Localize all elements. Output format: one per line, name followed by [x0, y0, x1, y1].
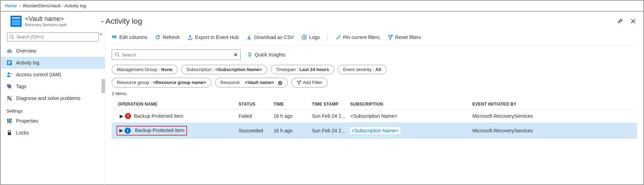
sidebar-section-settings: Settings: [1, 104, 105, 115]
col-timestamp[interactable]: Time stamp: [312, 102, 350, 107]
pill-resource[interactable]: Resource <Vault name>: [215, 78, 288, 87]
main-search-input[interactable]: [122, 52, 234, 57]
clear-search-icon[interactable]: ✕: [234, 52, 238, 57]
table-header: Operation name Status Time Time stamp Su…: [112, 99, 637, 110]
refresh-button[interactable]: Refresh: [155, 34, 180, 40]
sidebar-item-label: Diagnose and solve problems: [16, 95, 80, 101]
pin-filters-button[interactable]: Pin current filters: [335, 34, 380, 40]
breadcrumb-separator: ›: [19, 3, 21, 8]
svg-rect-5: [8, 63, 10, 64]
sidebar-item-overview[interactable]: Overview: [1, 45, 105, 57]
columns-icon: [112, 34, 117, 40]
access-control-icon: [6, 71, 13, 78]
reset-filter-icon: [388, 34, 393, 40]
cell-timestamp: Sun Feb 24 2...: [312, 113, 350, 119]
sidebar-item-access-control[interactable]: Access control (IAM): [1, 69, 105, 80]
main-search[interactable]: ✕: [112, 49, 241, 60]
clear-resource-icon[interactable]: [278, 80, 283, 85]
page-header: <Vault name> Recovery Services vault - A…: [1, 12, 643, 30]
expand-row-icon[interactable]: ▶: [118, 113, 125, 119]
status-success-icon: i: [125, 128, 131, 134]
expand-row-icon[interactable]: ▶: [119, 128, 123, 133]
status-failed-icon: !: [125, 113, 131, 119]
logs-button[interactable]: Logs: [301, 34, 320, 40]
diagnose-icon: [6, 95, 13, 101]
svg-point-23: [115, 53, 119, 56]
pin-icon[interactable]: [617, 18, 623, 24]
export-icon: [187, 34, 193, 40]
cell-subscription: <Subscription Name>: [350, 128, 472, 133]
sidebar-item-label: Overview: [16, 48, 36, 54]
svg-point-1: [7, 51, 12, 53]
sidebar-item-label: Activity log: [16, 60, 39, 65]
svg-point-6: [8, 72, 10, 75]
svg-rect-16: [112, 36, 113, 37]
col-time[interactable]: Time: [274, 102, 312, 107]
table-row[interactable]: ▶ ! Backup Protected Item Failed 16 h ag…: [112, 110, 637, 123]
col-initiated-by[interactable]: Event initiated by: [472, 102, 636, 107]
pill-timespan[interactable]: Timespan : Last 24 hours: [271, 65, 334, 74]
col-operation[interactable]: Operation name: [113, 102, 239, 107]
activity-log-icon: [6, 60, 13, 66]
sidebar-item-tags[interactable]: Tags: [1, 80, 105, 92]
export-button[interactable]: Export to Event Hub: [187, 34, 239, 40]
sidebar-item-diagnose[interactable]: Diagnose and solve problems: [1, 92, 105, 104]
col-subscription[interactable]: Subscription: [350, 102, 472, 107]
filter-search-row: ✕ Quick Insights: [112, 49, 637, 60]
quick-insights-button[interactable]: Quick Insights: [247, 52, 285, 57]
toolbar-divider: [327, 34, 328, 41]
cell-time: 16 h ago: [274, 128, 312, 133]
breadcrumb-home[interactable]: Home: [5, 3, 17, 8]
svg-point-8: [8, 85, 9, 86]
reset-filters-button[interactable]: Reset filters: [388, 34, 421, 40]
pill-subscription[interactable]: Subscription : <Subscription Name>: [181, 65, 267, 74]
cell-subscription: <Subscription Name>: [350, 113, 472, 119]
sidebar-search[interactable]: [7, 32, 99, 41]
cell-status: Failed: [239, 113, 274, 119]
close-icon[interactable]: [630, 18, 636, 24]
lightbulb-icon: [247, 52, 253, 57]
cell-status: Succeeded: [239, 128, 274, 133]
svg-rect-10: [9, 118, 10, 123]
svg-point-0: [10, 35, 13, 38]
svg-rect-12: [7, 120, 9, 121]
main-content: Edit columns Refresh Export to Event Hub…: [105, 30, 643, 185]
pill-event-severity[interactable]: Event severity : All: [338, 65, 387, 74]
search-icon: [9, 34, 14, 39]
add-filter-button[interactable]: Add Filter: [291, 78, 328, 87]
pill-management-group[interactable]: Management Group : None: [112, 65, 178, 74]
sidebar-search-input[interactable]: [16, 34, 96, 39]
table-row[interactable]: ▶ i Backup Protected Item Succeeded 16 h…: [112, 123, 637, 139]
svg-rect-20: [115, 36, 116, 37]
sidebar-item-activity-log[interactable]: Activity log: [1, 57, 105, 69]
svg-rect-18: [112, 37, 113, 38]
svg-rect-11: [10, 118, 11, 123]
properties-icon: [6, 118, 13, 124]
col-status[interactable]: Status: [239, 102, 274, 107]
search-icon: [115, 52, 120, 57]
svg-rect-17: [114, 36, 115, 37]
operation-name: Backup Protected Item: [135, 128, 185, 133]
add-filter-icon: [297, 80, 301, 85]
cell-initiated-by: Microsoft.RecoveryServices: [472, 128, 636, 133]
sidebar-item-label: Properties: [16, 118, 38, 124]
pill-resource-group[interactable]: Resource group : <Resource group name>: [112, 78, 211, 87]
sidebar-item-locks[interactable]: Locks: [1, 127, 105, 139]
refresh-icon: [155, 34, 160, 40]
vault-subtype: Recovery Services vault: [25, 23, 66, 27]
sidebar-item-properties[interactable]: Properties: [1, 115, 105, 127]
download-csv-button[interactable]: Download as CSV: [246, 34, 294, 40]
vault-icon: [10, 16, 22, 27]
sidebar-item-label: Access control (IAM): [16, 72, 61, 77]
sidebar: « Overview Activity log Access control (…: [1, 30, 105, 185]
filter-pills-row-2: Resource group : <Resource group name> R…: [112, 78, 637, 87]
collapse-sidebar-icon[interactable]: «: [99, 31, 102, 37]
svg-rect-15: [8, 132, 11, 135]
svg-rect-21: [115, 37, 116, 38]
highlighted-operation: ▶ i Backup Protected Item: [117, 126, 187, 136]
edit-columns-button[interactable]: Edit columns: [112, 34, 147, 40]
cell-timestamp: Sun Feb 24 2...: [312, 128, 350, 133]
sidebar-scrollbar[interactable]: [102, 79, 105, 93]
tags-icon: [6, 83, 13, 90]
svg-point-7: [10, 73, 12, 75]
